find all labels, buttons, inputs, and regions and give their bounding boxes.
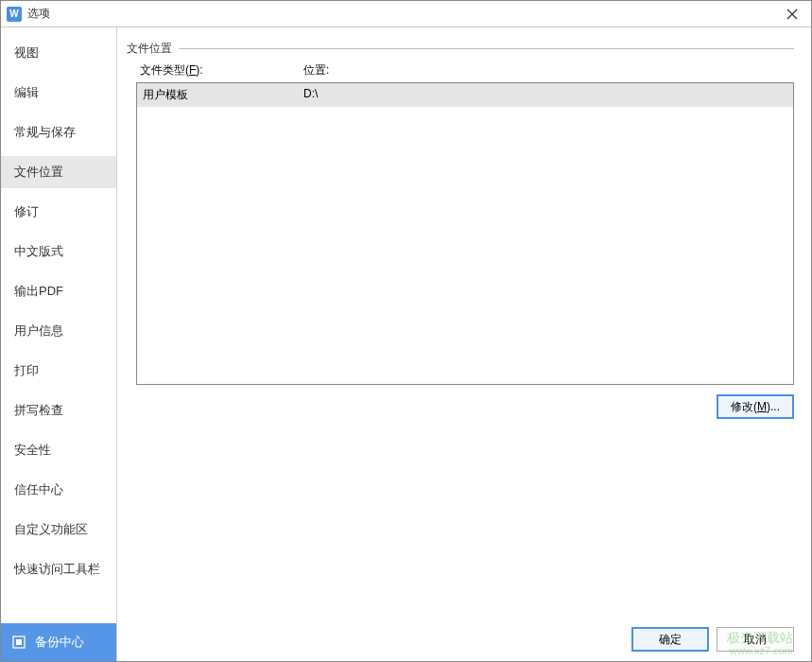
table-headers: 文件类型(F): 位置: (136, 62, 794, 78)
cell-location: D:\ (303, 87, 787, 103)
main-panel: 文件位置 文件类型(F): 位置: 用户模板 D:\ (117, 27, 811, 661)
sidebar-item-user-info[interactable]: 用户信息 (1, 315, 116, 347)
file-location-section: 文件位置 文件类型(F): 位置: 用户模板 D:\ (127, 41, 794, 419)
sidebar-item-spellcheck[interactable]: 拼写检查 (1, 394, 116, 427)
sidebar-item-output-pdf[interactable]: 输出PDF (1, 275, 116, 307)
section-body: 文件类型(F): 位置: 用户模板 D:\ 修改(M)... (127, 49, 794, 419)
svg-rect-1 (16, 639, 22, 645)
sidebar-items: 视图 编辑 常规与保存 文件位置 修订 中文版式 输出PDF 用户信息 打印 拼… (1, 27, 116, 623)
file-location-list[interactable]: 用户模板 D:\ (136, 82, 794, 385)
content-area: 视图 编辑 常规与保存 文件位置 修订 中文版式 输出PDF 用户信息 打印 拼… (1, 27, 811, 661)
ok-button[interactable]: 确定 (631, 627, 709, 652)
app-icon-letter: W (9, 9, 18, 19)
cancel-button[interactable]: 取消 (717, 627, 794, 652)
sidebar-item-general-save[interactable]: 常规与保存 (1, 116, 116, 148)
sidebar: 视图 编辑 常规与保存 文件位置 修订 中文版式 输出PDF 用户信息 打印 拼… (1, 27, 117, 661)
header-file-type: 文件类型(F): (140, 62, 303, 78)
modify-row: 修改(M)... (136, 385, 794, 419)
sidebar-item-file-location[interactable]: 文件位置 (1, 156, 116, 188)
section-title: 文件位置 (127, 41, 177, 57)
table-row[interactable]: 用户模板 D:\ (137, 83, 793, 107)
options-window: W 选项 视图 编辑 常规与保存 文件位置 修订 中文版式 输出PDF 用户信息… (0, 0, 812, 662)
cell-file-type: 用户模板 (143, 87, 303, 103)
titlebar: W 选项 (1, 1, 811, 27)
sidebar-item-revision[interactable]: 修订 (1, 196, 116, 228)
app-icon: W (7, 7, 22, 22)
sidebar-item-security[interactable]: 安全性 (1, 434, 116, 466)
header-location: 位置: (303, 62, 794, 78)
sidebar-item-view[interactable]: 视图 (1, 37, 116, 69)
window-title: 选项 (27, 6, 779, 22)
sidebar-item-print[interactable]: 打印 (1, 355, 116, 387)
sidebar-item-quick-access[interactable]: 快速访问工具栏 (1, 553, 116, 585)
dialog-footer: 确定 取消 (631, 627, 794, 652)
sidebar-item-trust-center[interactable]: 信任中心 (1, 474, 116, 506)
close-button[interactable] (779, 4, 805, 25)
backup-center-label: 备份中心 (35, 634, 84, 651)
sidebar-item-edit[interactable]: 编辑 (1, 77, 116, 109)
backup-center-button[interactable]: 备份中心 (1, 623, 116, 661)
backup-icon (10, 634, 27, 651)
sidebar-item-chinese-layout[interactable]: 中文版式 (1, 235, 116, 268)
sidebar-item-custom-ribbon[interactable]: 自定义功能区 (1, 514, 116, 546)
modify-button[interactable]: 修改(M)... (717, 394, 794, 419)
